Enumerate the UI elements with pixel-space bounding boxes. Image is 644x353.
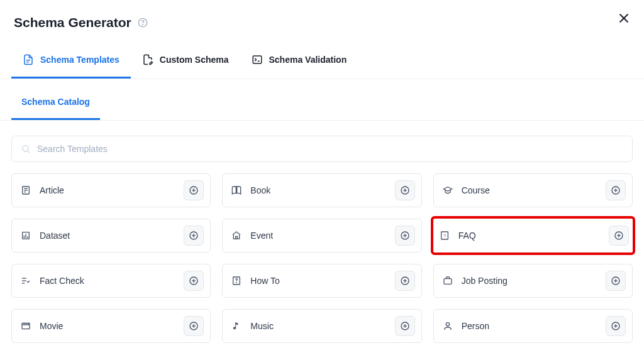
template-card-dataset[interactable]: Dataset — [11, 219, 211, 253]
add-button[interactable] — [184, 316, 204, 336]
template-card-person[interactable]: Person — [433, 309, 633, 343]
tabs-container: Schema Templates Custom Schema Schema Va… — [0, 41, 644, 79]
template-label: Article — [40, 185, 64, 195]
template-card-faq[interactable]: ? FAQ — [431, 216, 635, 255]
svg-point-1 — [142, 24, 143, 25]
search-icon — [21, 144, 31, 154]
help-icon[interactable] — [138, 18, 148, 28]
document-icon — [23, 54, 34, 65]
template-label: FAQ — [458, 231, 476, 241]
header: Schema Generator — [0, 0, 644, 41]
template-label: Course — [462, 185, 490, 195]
template-card-movie[interactable]: Movie — [11, 309, 211, 343]
templates-grid: Article Book Course — [11, 173, 633, 343]
add-button[interactable] — [606, 271, 626, 291]
svg-text:?: ? — [443, 234, 446, 238]
svg-rect-6 — [253, 56, 262, 63]
add-button[interactable] — [606, 180, 626, 200]
add-button[interactable] — [184, 271, 204, 291]
add-button[interactable] — [606, 316, 626, 336]
template-card-factcheck[interactable]: Fact Check — [11, 264, 211, 298]
factcheck-icon — [21, 276, 32, 286]
add-button[interactable] — [395, 180, 415, 200]
movie-icon — [21, 321, 32, 331]
tab-custom-schema[interactable]: Custom Schema — [131, 41, 240, 79]
search-input[interactable] — [37, 144, 623, 154]
template-card-music[interactable]: Music — [222, 309, 421, 343]
svg-point-8 — [23, 146, 28, 151]
template-label: Movie — [40, 321, 63, 331]
template-label: Fact Check — [40, 276, 84, 286]
howto-icon — [231, 276, 243, 286]
add-button[interactable] — [184, 225, 204, 246]
template-card-jobposting[interactable]: Job Posting — [433, 264, 633, 298]
template-label: Job Posting — [462, 276, 508, 286]
svg-line-9 — [28, 151, 30, 153]
svg-rect-50 — [444, 279, 452, 285]
svg-point-62 — [234, 327, 236, 329]
template-card-article[interactable]: Article — [11, 173, 211, 207]
svg-point-46 — [236, 282, 237, 283]
template-card-course[interactable]: Course — [433, 173, 633, 207]
tab-label: Schema Validation — [269, 55, 347, 65]
close-icon[interactable] — [618, 12, 630, 27]
title-wrap: Schema Generator — [14, 15, 148, 30]
add-button[interactable] — [395, 316, 415, 336]
add-button[interactable] — [184, 180, 204, 200]
subtab-label: Schema Catalog — [21, 97, 90, 107]
course-icon — [443, 185, 454, 195]
jobposting-icon — [443, 276, 454, 286]
page-title: Schema Generator — [14, 15, 131, 30]
add-button[interactable] — [395, 225, 415, 246]
subtab-schema-catalog[interactable]: Schema Catalog — [11, 79, 100, 120]
template-card-book[interactable]: Book — [222, 173, 421, 207]
article-icon — [21, 185, 32, 195]
person-icon — [443, 321, 454, 331]
template-label: Book — [250, 185, 270, 195]
faq-icon: ? — [440, 231, 451, 241]
template-card-howto[interactable]: How To — [222, 264, 421, 298]
template-label: How To — [250, 276, 279, 286]
search-box[interactable] — [11, 136, 633, 162]
document-edit-icon — [142, 54, 153, 65]
book-icon — [231, 185, 243, 195]
tab-schema-validation[interactable]: Schema Validation — [240, 41, 358, 79]
template-label: Event — [250, 231, 273, 241]
terminal-icon — [252, 54, 263, 65]
svg-point-66 — [446, 323, 449, 326]
tab-schema-templates[interactable]: Schema Templates — [11, 41, 131, 79]
template-label: Dataset — [40, 231, 70, 241]
svg-rect-30 — [236, 236, 238, 239]
template-label: Music — [250, 321, 274, 331]
add-button[interactable] — [609, 225, 629, 246]
tab-label: Custom Schema — [160, 55, 229, 65]
tab-label: Schema Templates — [40, 55, 119, 65]
event-icon — [231, 231, 243, 241]
subtabs: Schema Catalog — [0, 79, 644, 121]
add-button[interactable] — [395, 271, 415, 291]
template-label: Person — [462, 321, 489, 331]
content: Article Book Course — [0, 121, 644, 343]
music-icon — [231, 321, 243, 331]
template-card-event[interactable]: Event — [222, 219, 421, 253]
dataset-icon — [21, 231, 32, 241]
